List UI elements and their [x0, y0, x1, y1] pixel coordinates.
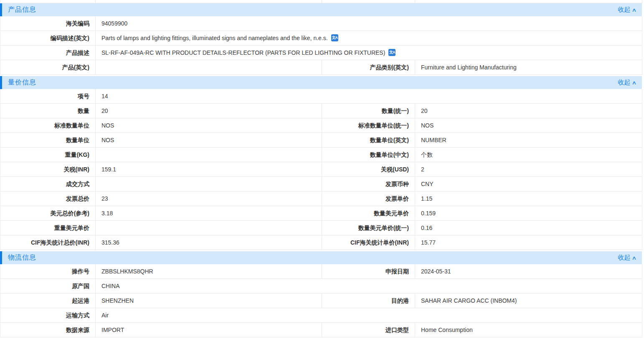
- field-label: CIF海关统计单价(INR): [322, 235, 415, 250]
- field-value-text: Home Consumption: [421, 327, 473, 333]
- field-value: SHENZHEN: [96, 294, 322, 308]
- field-value: ZBBSLHKMS8QHR: [96, 264, 322, 278]
- field-value-text: NOS: [101, 122, 114, 129]
- table-row: 操作号ZBBSLHKMS8QHR申报日期2024-05-31: [0, 264, 642, 279]
- field-value: 3.18: [96, 206, 322, 220]
- field-label: 数量(统一): [322, 104, 415, 118]
- field-value: [96, 177, 322, 191]
- field-value-text: 14: [101, 93, 108, 100]
- field-label: 数量单位(中文): [322, 148, 415, 162]
- field-value: 159.1: [96, 162, 322, 176]
- field-value-text: 15.77: [421, 239, 436, 246]
- field-value-text: 2: [421, 166, 424, 173]
- section-header-quantity-price-info: 量价信息收起∧: [0, 76, 642, 89]
- field-value-text: 23: [101, 195, 108, 202]
- field-value: Air: [96, 308, 642, 322]
- field-label: 操作号: [0, 264, 96, 278]
- collapse-button[interactable]: 收起∧: [618, 79, 636, 87]
- translate-icon[interactable]: 文A: [388, 49, 396, 56]
- field-value: 14: [96, 89, 642, 103]
- field-label: 产品描述: [0, 46, 96, 60]
- field-label: 原产国: [0, 279, 96, 293]
- partial-cell: [96, 0, 322, 3]
- field-value-text: 94059900: [101, 20, 127, 27]
- field-value: CHINA: [96, 279, 642, 293]
- table-row: 发票总价23发票单价1.15: [0, 191, 642, 206]
- field-label: 重量美元单价: [0, 221, 96, 235]
- table-row: 数据来源IMPORT进口类型Home Consumption: [0, 323, 642, 337]
- field-label: 数量美元单价(统一): [322, 221, 415, 235]
- table-row: 产品描述SL-RF-AF-049A-RC WITH PRODUCT DETAIL…: [0, 46, 642, 60]
- partial-cell: [322, 0, 415, 3]
- section-accent-bar: [0, 3, 2, 16]
- table-row: 产品(英文)产品类别(英文)Furniture and Lighting Man…: [0, 60, 642, 75]
- table-row: 重量(KG)数量单位(中文)个数: [0, 148, 642, 162]
- collapse-button[interactable]: 收起∧: [618, 6, 636, 14]
- field-value: 2: [415, 162, 642, 176]
- field-value: NOS: [415, 118, 642, 133]
- table-row: 重量美元单价数量美元单价(统一)0.16: [0, 221, 642, 235]
- field-value: 20: [96, 104, 322, 118]
- table-row: 标准数量单位NOS标准数量单位(统一)NOS: [0, 118, 642, 133]
- field-label: 数量: [0, 104, 96, 118]
- field-label: 产品(英文): [0, 60, 96, 74]
- field-label: 项号: [0, 89, 96, 103]
- field-value-text: 159.1: [101, 166, 116, 173]
- field-label: 数据来源: [0, 323, 96, 337]
- field-value-text: NOS: [101, 137, 114, 143]
- field-label: 进口类型: [322, 323, 415, 337]
- field-label: 编码描述(英文): [0, 31, 96, 45]
- field-label: 海关编码: [0, 16, 96, 31]
- field-label: 关税(USD): [322, 162, 415, 176]
- field-value-text: 3.18: [101, 210, 113, 217]
- field-label: 发票币种: [322, 177, 415, 191]
- field-value: NOS: [96, 118, 322, 133]
- field-label: 产品类别(英文): [322, 60, 415, 74]
- section-quantity-price-info: 量价信息收起∧项号14数量20数量(统一)20标准数量单位NOS标准数量单位(统…: [0, 76, 642, 250]
- field-value: [96, 60, 322, 74]
- field-value-text: 个数: [421, 151, 433, 158]
- collapse-button[interactable]: 收起∧: [618, 254, 636, 262]
- table-row: CIF海关统计总价(INR)315.36CIF海关统计单价(INR)15.77: [0, 235, 642, 250]
- field-label: 发票单价: [322, 191, 415, 206]
- section-title: 量价信息: [8, 78, 36, 87]
- field-label: CIF海关统计总价(INR): [0, 235, 96, 250]
- field-value-text: 2024-05-31: [421, 268, 451, 275]
- field-label: 重量(KG): [0, 148, 96, 162]
- collapse-label: 收起: [618, 254, 630, 262]
- section-title: 产品信息: [8, 5, 36, 14]
- trade-record-detail-page: 产品信息收起∧海关编码94059900编码描述(英文)Parts of lamp…: [0, 0, 644, 342]
- field-value: [96, 148, 322, 162]
- field-label: 美元总价(参考): [0, 206, 96, 220]
- partial-cell: [415, 0, 642, 3]
- collapse-label: 收起: [618, 6, 630, 14]
- field-value-text: NUMBER: [421, 137, 446, 143]
- field-label: 数量单位(英文): [322, 133, 415, 147]
- partial-cell: [0, 0, 96, 3]
- field-value: SL-RF-AF-049A-RC WITH PRODUCT DETAILS-RE…: [96, 46, 642, 60]
- table-row: 海关编码94059900: [0, 16, 642, 31]
- translate-icon[interactable]: 文A: [331, 34, 338, 41]
- field-value: IMPORT: [96, 323, 322, 337]
- sections-container: 产品信息收起∧海关编码94059900编码描述(英文)Parts of lamp…: [0, 3, 642, 337]
- field-label: 成交方式: [0, 177, 96, 191]
- partial-row-above: [0, 0, 642, 3]
- field-value: 0.159: [415, 206, 642, 220]
- section-header-product-info: 产品信息收起∧: [0, 3, 642, 16]
- field-value-text: SAHAR AIR CARGO ACC (INBOM4): [421, 297, 517, 304]
- field-value: Parts of lamps and lighting fittings, il…: [96, 31, 642, 45]
- field-value-text: 20: [101, 107, 108, 114]
- field-value: SAHAR AIR CARGO ACC (INBOM4): [415, 294, 642, 308]
- section-accent-bar: [0, 251, 2, 264]
- field-label: 关税(INR): [0, 162, 96, 176]
- field-label: 目的港: [322, 294, 415, 308]
- detail-table-area: 产品信息收起∧海关编码94059900编码描述(英文)Parts of lamp…: [0, 0, 642, 337]
- field-value-text: SL-RF-AF-049A-RC WITH PRODUCT DETAILS-RE…: [101, 49, 385, 56]
- field-label: 数量美元单价: [322, 206, 415, 220]
- chevron-up-icon: ∧: [631, 255, 636, 261]
- field-label: 标准数量单位: [0, 118, 96, 133]
- section-header-logistics-info: 物流信息收起∧: [0, 251, 642, 264]
- field-value: NUMBER: [415, 133, 642, 147]
- field-value-text: SHENZHEN: [101, 297, 134, 304]
- field-value: 20: [415, 104, 642, 118]
